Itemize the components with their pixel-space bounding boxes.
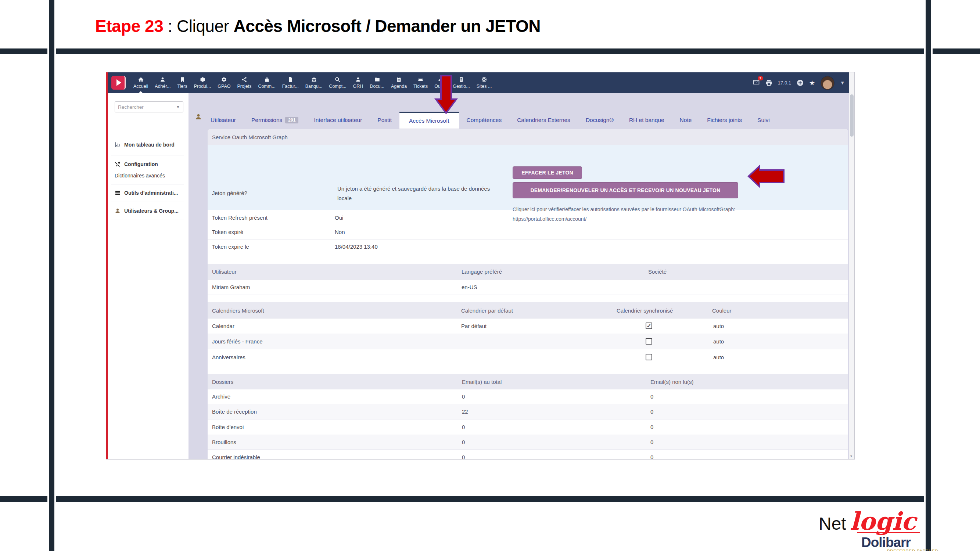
sidebar-item-dashboard[interactable]: Mon tableau de bord — [115, 142, 175, 148]
commerce-icon — [264, 77, 270, 82]
table-row: Token expiré Non — [208, 224, 848, 240]
sidebar-item-dictionnaires[interactable]: Dictionnaires avancés — [115, 173, 165, 178]
token-generated-text: locale — [337, 195, 352, 201]
logic-wordmark: logic — [850, 507, 916, 535]
folder-row: Boîte de réception 22 0 — [208, 404, 848, 419]
tab-competences[interactable]: Compétences — [459, 112, 510, 129]
menu-grh[interactable]: GRH — [350, 72, 367, 93]
menu-comptabilite[interactable]: Compt... — [326, 72, 350, 93]
sync-checkbox[interactable] — [646, 338, 652, 345]
red-arrow-down — [433, 74, 459, 115]
tab-fichiers-joints[interactable]: Fichiers joints — [699, 112, 749, 129]
tab-postit[interactable]: Postit — [370, 112, 399, 129]
tab-calendriers-externes[interactable]: Calendriers Externes — [509, 112, 578, 129]
menu-facturation[interactable]: Factur... — [279, 72, 302, 93]
clear-token-button[interactable]: EFFACER LE JETON — [512, 167, 582, 179]
menu-tiers[interactable]: Tiers — [174, 72, 190, 93]
frame-vertical-right — [926, 0, 931, 551]
bank-icon — [311, 77, 317, 82]
section-header-oauth: Service Oauth Microsoft Graph — [208, 129, 848, 145]
sidebar-item-users-groups[interactable]: Utilisateurs & Group... — [115, 208, 178, 214]
version-label: 17.0.1 — [778, 80, 791, 86]
sync-checkbox[interactable] — [646, 354, 652, 360]
divider — [111, 202, 184, 202]
slide: Etape 23 : Cliquer Accès Microsoft / Dem… — [0, 0, 980, 551]
tab-permissions[interactable]: Permissions291 — [243, 112, 306, 129]
net-wordmark: Net — [819, 514, 846, 534]
vertical-scrollbar[interactable]: ▾ — [849, 72, 854, 459]
menu-banques[interactable]: Banqu... — [302, 72, 326, 93]
request-token-button[interactable]: DEMANDER/RENOUVELER UN ACCÈS ET RECEVOIR… — [512, 182, 738, 198]
ticket-icon — [418, 77, 423, 82]
red-arrow-left — [747, 165, 786, 188]
scrollbar-thumb[interactable] — [850, 94, 854, 137]
home-icon — [138, 77, 144, 82]
tab-rh-et-banque[interactable]: RH et banque — [621, 112, 672, 129]
frame-horizontal-bottom — [0, 496, 48, 502]
menu-commerce[interactable]: Comm... — [255, 72, 278, 93]
user-icon — [115, 208, 121, 214]
title-text: : Cliquer — [163, 16, 233, 36]
logo-triangle-icon — [116, 79, 121, 86]
folder-row: Brouillons 0 0 — [208, 435, 848, 449]
product-icon — [200, 77, 205, 82]
search-input[interactable]: Rechercher ▼ — [115, 102, 183, 113]
section-header-calendars: Calendriers Microsoft Calendrier par déf… — [208, 302, 848, 319]
dolibarr-logo[interactable] — [111, 76, 126, 90]
section-header-user: Utilisateur Langage préféré Société — [208, 264, 848, 279]
hrm-icon — [355, 77, 361, 82]
frame-horizontal-bottom — [56, 496, 924, 502]
navbar-right-cluster: 2 17.0.1 ★ ▼ — [752, 72, 845, 93]
menu-accueil[interactable]: Accueil — [130, 72, 151, 93]
tab-interface-utilisateur[interactable]: Interface utilisateur — [306, 112, 370, 129]
folder-row: Courrier indésirable 0 0 — [208, 449, 848, 459]
slide-title: Etape 23 : Cliquer Accès Microsoft / Dem… — [95, 16, 541, 36]
menu-adherents[interactable]: Adhér... — [151, 72, 174, 93]
section-header-folders: Dossiers Email(s) au total Email(s) non … — [208, 374, 848, 389]
table-row: Token expire le 18/04/2023 13:40 — [208, 239, 848, 254]
star-icon[interactable]: ★ — [809, 80, 815, 86]
menu-gpao[interactable]: GPAO — [214, 72, 234, 93]
token-generated-label: Jeton généré? — [212, 190, 247, 196]
sync-checkbox-checked[interactable]: ✓ — [646, 322, 652, 329]
scrollbar-arrow-icon[interactable]: ▾ — [850, 454, 852, 458]
mail-badge: 2 — [758, 76, 763, 81]
menu-tickets[interactable]: Tickets — [410, 72, 431, 93]
user-avatar[interactable] — [821, 76, 835, 90]
project-icon — [242, 77, 247, 82]
sidebar-item-admin-tools[interactable]: Outils d'administrati... — [115, 190, 178, 196]
calendar-row: Calendar Par défaut ✓ auto — [208, 318, 848, 334]
menu-documents[interactable]: Docu... — [366, 72, 388, 93]
chevron-down-icon[interactable]: ▼ — [840, 80, 845, 86]
billing-icon — [288, 77, 293, 82]
tab-suivi[interactable]: Suivi — [749, 112, 778, 129]
title-action: Accès Microsoft / Demander un JETON — [234, 16, 541, 36]
sidebar-item-configuration[interactable]: Configuration — [115, 161, 158, 167]
tab-note[interactable]: Note — [672, 112, 700, 129]
step-number: Etape 23 — [95, 16, 163, 36]
website-icon — [481, 77, 487, 82]
print-icon[interactable] — [765, 79, 772, 86]
menu-agenda[interactable]: Agenda — [388, 72, 410, 93]
plus-circle-icon[interactable] — [797, 79, 803, 86]
tab-utilisateur[interactable]: Utilisateur — [203, 112, 243, 129]
frame-vertical-left — [49, 0, 54, 551]
netlogic-logo: Netlogic Dolibarr PREFERRED PARTNER — [819, 507, 980, 535]
search-placeholder: Rechercher — [118, 104, 144, 110]
dolibarr-screenshot: Accueil Adhér... Tiers Produi... GPAO Pr… — [106, 72, 855, 459]
caret-down-icon: ▼ — [176, 105, 180, 109]
accounting-icon — [335, 77, 340, 82]
folder-row: Archive 0 0 — [208, 389, 848, 404]
menu-sites[interactable]: Sites ... — [473, 72, 495, 93]
mail-button[interactable]: 2 — [752, 79, 760, 87]
permissions-count-badge: 291 — [285, 117, 298, 124]
user-card-icon — [195, 113, 202, 120]
chart-icon — [115, 142, 121, 148]
table-row: Token Refresh présent Oui — [208, 210, 848, 225]
menu-produits[interactable]: Produi... — [191, 72, 215, 93]
frame-horizontal-top — [56, 49, 924, 54]
table-row: Miriam Graham en-US — [208, 279, 848, 295]
tab-docusign[interactable]: Docusign® — [578, 112, 621, 129]
menu-projets[interactable]: Projets — [234, 72, 255, 93]
thirdparty-icon — [180, 77, 185, 82]
